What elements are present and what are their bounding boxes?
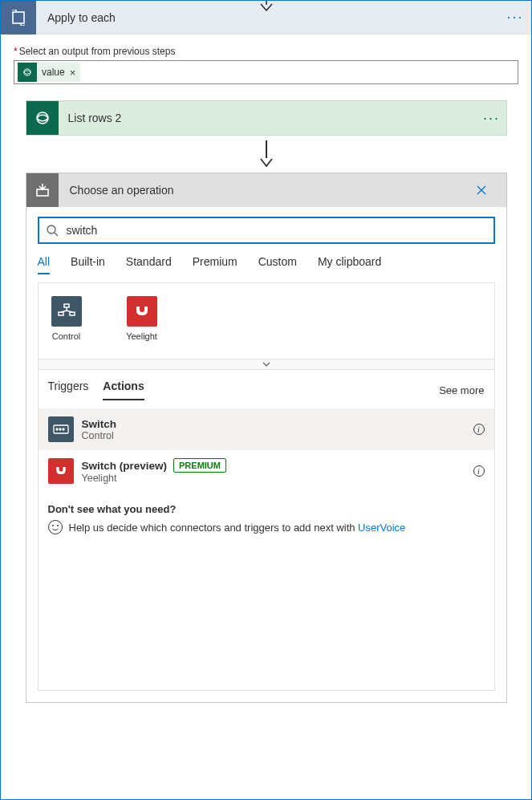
close-button[interactable]: [476, 185, 506, 196]
search-box[interactable]: [38, 217, 495, 244]
tab-standard[interactable]: Standard: [126, 255, 172, 274]
action-switch-yeelight[interactable]: Switch (preview) PREMIUM Yeelight i: [39, 450, 494, 492]
tab-actions[interactable]: Actions: [103, 380, 144, 400]
dataverse-connector-icon: [26, 101, 59, 135]
svg-rect-3: [64, 304, 69, 307]
svg-point-9: [63, 428, 64, 430]
value-token[interactable]: value ×: [18, 63, 80, 82]
uservoice-link[interactable]: UserVoice: [358, 522, 405, 534]
choose-operation-header: Choose an operation: [26, 173, 506, 207]
connector-yeelight[interactable]: Yeelight: [120, 296, 164, 341]
choose-operation-panel: Choose an operation All: [26, 173, 507, 703]
choose-operation-icon: [26, 173, 59, 207]
apply-to-each-title: Apply to each: [36, 11, 499, 24]
action-subtitle: Control: [82, 430, 473, 441]
connectors-grid: Control Yeelight: [39, 283, 494, 359]
category-tabs: All Built-in Standard Premium Custom My …: [38, 255, 495, 274]
list-rows-menu-button[interactable]: ···: [477, 110, 506, 127]
tab-premium[interactable]: Premium: [193, 255, 238, 274]
yeelight-icon: [48, 458, 74, 484]
action-title: Switch (preview): [82, 460, 168, 472]
tab-built-in[interactable]: Built-in: [71, 255, 105, 274]
dataverse-icon: [18, 63, 37, 82]
apply-to-each-menu-button[interactable]: ···: [499, 9, 531, 26]
svg-rect-0: [13, 12, 24, 23]
list-rows-card[interactable]: List rows 2 ···: [26, 100, 507, 136]
value-token-label: value: [42, 67, 65, 78]
search-input[interactable]: [65, 223, 487, 238]
action-title: Switch: [82, 418, 117, 430]
tab-my-clipboard[interactable]: My clipboard: [318, 255, 381, 274]
tab-custom[interactable]: Custom: [258, 255, 297, 274]
info-icon[interactable]: i: [473, 465, 485, 477]
apply-to-each-icon: [1, 1, 36, 35]
need-title: Don't see what you need?: [48, 503, 485, 515]
tab-triggers[interactable]: Triggers: [48, 380, 89, 400]
tab-all[interactable]: All: [38, 255, 51, 274]
premium-badge: PREMIUM: [173, 458, 226, 473]
remove-token-button[interactable]: ×: [65, 67, 81, 79]
svg-rect-5: [70, 312, 75, 315]
action-subtitle: Yeelight: [82, 473, 473, 484]
svg-point-7: [56, 428, 58, 430]
control-icon: [48, 416, 74, 442]
connector-control-label: Control: [52, 331, 80, 341]
list-rows-title: List rows 2: [59, 112, 477, 124]
smiley-icon: [48, 520, 63, 534]
action-list: Switch Control i: [39, 408, 494, 492]
action-switch-control[interactable]: Switch Control i: [39, 408, 494, 450]
info-icon[interactable]: i: [473, 424, 485, 435]
connector-yeelight-label: Yeelight: [126, 331, 157, 341]
collapse-connectors-button[interactable]: [38, 359, 495, 370]
see-more-link[interactable]: See more: [439, 384, 484, 396]
trigger-action-tabs: Triggers Actions: [48, 380, 440, 400]
search-icon: [46, 224, 59, 237]
yeelight-icon: [127, 296, 157, 327]
control-icon: [51, 296, 82, 327]
flow-arrow-down: [259, 140, 274, 168]
connector-control[interactable]: Control: [45, 296, 88, 341]
svg-point-2: [47, 225, 55, 234]
svg-rect-1: [37, 189, 48, 196]
choose-operation-title: Choose an operation: [59, 184, 476, 197]
svg-rect-4: [59, 312, 63, 315]
output-field-label: *Select an output from previous steps: [14, 46, 518, 57]
svg-point-8: [59, 428, 61, 430]
output-token-input[interactable]: value ×: [14, 60, 518, 84]
incoming-arrow: [258, 0, 274, 11]
need-text: Help us decide which connectors and trig…: [69, 522, 359, 534]
